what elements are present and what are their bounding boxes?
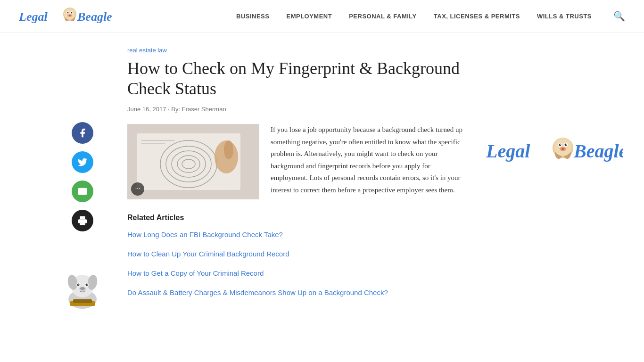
svg-text:Beagle: Beagle	[77, 10, 112, 24]
list-item: Do Assault & Battery Charges & Misdemean…	[127, 288, 465, 297]
right-sidebar: Legal Beagle	[484, 47, 625, 312]
svg-text:Legal: Legal	[19, 10, 48, 24]
print-button[interactable]	[72, 210, 93, 231]
related-articles-list: How Long Does an FBI Background Check Ta…	[127, 230, 465, 297]
article-author-prefix: By:	[171, 106, 180, 113]
logo-svg: Legal Beagle	[19, 5, 113, 27]
nav-employment[interactable]: EMPLOYMENT	[286, 13, 332, 20]
svg-point-46	[565, 144, 567, 146]
svg-point-21	[78, 284, 79, 285]
facebook-icon	[77, 128, 88, 138]
article-date: June 16, 2017	[127, 106, 166, 113]
svg-text:Beagle: Beagle	[573, 140, 623, 162]
article-author: Fraser Sherman	[182, 106, 226, 113]
twitter-share-button[interactable]	[72, 151, 93, 173]
dog-mascot-sidebar	[57, 263, 108, 312]
fingerprint-image-svg	[127, 124, 259, 199]
facebook-share-button[interactable]	[72, 122, 93, 144]
svg-point-50	[561, 148, 564, 150]
svg-point-48	[566, 144, 567, 145]
nav-business[interactable]: BUSINESS	[236, 13, 269, 20]
article-image: ···	[127, 124, 259, 199]
sidebar-logo: Legal Beagle	[484, 132, 625, 169]
related-link-copy-criminal[interactable]: How to Get a Copy of Your Criminal Recor…	[127, 269, 264, 277]
nav-personal-family[interactable]: PERSONAL & FAMILY	[349, 13, 417, 20]
svg-text:Legal: Legal	[486, 140, 530, 162]
svg-point-45	[559, 144, 561, 146]
content-wrapper: real estate law How to Check on My Finge…	[0, 33, 644, 326]
svg-point-20	[86, 284, 88, 286]
site-header: Legal Beagle BUSINESS EMPLOYMENT PERSONA…	[0, 0, 644, 33]
list-item: How to Get a Copy of Your Criminal Recor…	[127, 268, 465, 278]
main-nav: BUSINESS EMPLOYMENT PERSONAL & FAMILY TA…	[236, 10, 625, 22]
sidebar-logo-svg: Legal Beagle	[486, 132, 623, 169]
svg-point-7	[67, 12, 69, 14]
article-body: ··· If you lose a job opportunity becaus…	[127, 124, 465, 199]
related-link-clean-criminal[interactable]: How to Clean Up Your Criminal Background…	[127, 250, 289, 258]
related-link-assault-battery[interactable]: Do Assault & Battery Charges & Misdemean…	[127, 288, 388, 296]
list-item: How Long Does an FBI Background Check Ta…	[127, 230, 465, 239]
svg-point-37	[224, 140, 233, 159]
article-main: real estate law How to Check on My Finge…	[127, 47, 465, 312]
dog-mascot-svg	[57, 263, 108, 310]
social-sidebar	[57, 47, 108, 312]
related-articles-section: Related Articles How Long Does an FBI Ba…	[127, 214, 465, 297]
email-share-button[interactable]	[72, 181, 93, 202]
svg-point-24	[80, 287, 85, 290]
site-logo[interactable]: Legal Beagle	[19, 5, 113, 27]
svg-point-47	[560, 144, 561, 145]
print-icon	[77, 215, 88, 226]
nav-tax-licenses[interactable]: TAX, LICENSES & PERMITS	[434, 13, 520, 20]
article-category[interactable]: real estate law	[127, 47, 465, 54]
svg-point-8	[71, 12, 73, 14]
list-item: How to Clean Up Your Criminal Background…	[127, 249, 465, 259]
search-icon[interactable]: 🔍	[613, 10, 625, 22]
nav-wills-trusts[interactable]: WILLS & TRUSTS	[537, 13, 592, 20]
article-meta: June 16, 2017 · By: Fraser Sherman	[127, 106, 465, 113]
article-text-body: If you lose a job opportunity because a …	[271, 124, 465, 199]
svg-point-22	[87, 284, 88, 285]
twitter-icon	[77, 157, 88, 167]
article-image-container: ···	[127, 124, 259, 199]
article-title: How to Check on My Fingerprint & Backgro…	[127, 58, 465, 99]
email-icon	[77, 186, 88, 197]
svg-rect-12	[80, 222, 85, 225]
svg-point-19	[77, 284, 80, 286]
svg-point-10	[69, 15, 71, 16]
related-articles-title: Related Articles	[127, 214, 465, 222]
related-link-fbi[interactable]: How Long Does an FBI Background Check Ta…	[127, 230, 283, 239]
svg-rect-26	[73, 299, 92, 303]
